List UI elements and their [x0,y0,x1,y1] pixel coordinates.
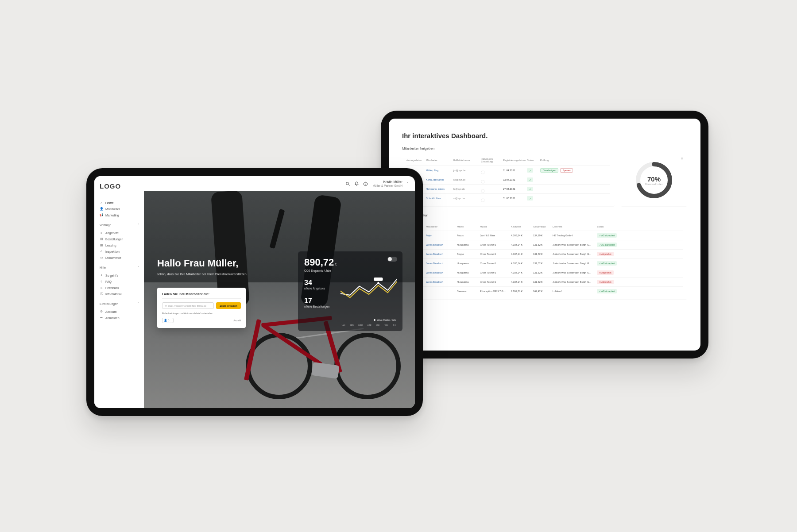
chevron-down-icon: ˅ [138,266,139,270]
invite-button[interactable]: Jetzt einladen [216,302,241,309]
table-row[interactable]: 100200 Jonas Baudisch Husqvarna Cross To… [406,240,683,249]
nav-header-hilfe[interactable]: Hilfe˅ [100,266,139,270]
invite-title: Laden Sie Ihre Mitarbeiter ein: [162,292,241,299]
stats-toggle[interactable] [387,257,397,262]
tablet-front: LOGO ⌂Home👤Mitarbeiter📢Marketing Verträg… [86,168,423,416]
invite-email-input[interactable]: ✉ max.mustermann@ihre-firma.de [162,302,214,309]
status-badge: ✓ AG akzeptiert [597,233,617,238]
mail-icon: ✉ [165,304,167,307]
sidebar-item-bestellungen[interactable]: ▤Bestellungen [100,236,139,242]
👤-icon: 👤 [100,207,103,211]
status-badge: ✕ Abgelehnt [597,270,614,275]
?-icon: ? [100,280,103,283]
logo: LOGO [100,182,139,190]
sidebar-item-account[interactable]: ⚙Account [100,308,139,315]
sidebar-item-mitarbeiter[interactable]: 👤Mitarbeiter [100,206,139,212]
offers-header-row: ID Mitarbeiter Marke Modell Kaufpreis Ge… [406,225,683,231]
table-row[interactable]: 2.2021 Hartmann, Lukas hl@xyz.de 27.04.2… [406,184,610,193]
donut-percent: 70% [647,175,661,183]
sidebar-item-leasing[interactable]: ▦Leasing [100,242,139,248]
invite-card: Laden Sie Ihre Mitarbeiter ein: ✉ max.mu… [157,288,246,328]
▤-icon: ▤ [100,237,103,241]
donut-label: Dienstrad Index [645,183,663,185]
sidebar-item-abmelden[interactable]: ↦Abmelden [100,315,139,321]
table-row[interactable]: 100026_ba Siemens E-Inception MR 9.7 G… … [406,286,683,296]
ⓘ-icon: ⓘ [100,292,103,296]
co2-value: 890,72 [304,257,334,268]
sidebar: LOGO ⌂Home👤Mitarbeiter📢Marketing Verträg… [94,176,144,408]
svg-point-2 [346,182,349,185]
block-button[interactable]: Sperren [560,168,573,173]
dashboard-title: Ihr interaktives Dashboard. [402,132,687,139]
▦-icon: ▦ [100,243,103,247]
table-row[interactable]: 100190 Jonas Baudisch Husqvarna Cross To… [406,268,683,277]
user-company: Müller & Partner GmbH [372,184,402,187]
check-icon: ✓ [527,187,533,191]
help-icon[interactable] [363,181,368,186]
check-icon: ✓ [527,196,533,200]
table-row[interactable]: 100180 Fejun Focus Jam² 6.8 Nine 4.308,5… [406,231,683,240]
employees-panel: rierungsdatum Mitarbeiter E-Mail-Adresse… [402,154,615,206]
svg-line-3 [348,184,350,185]
sidebar-item-faq[interactable]: ?FAQ [100,278,139,285]
chevron-down-icon: ˅ [138,224,139,227]
user-icon: 👤 [164,319,167,322]
open-orders-count: 17 [304,297,329,305]
donut-chart: 70% Dienstrad Index [634,160,674,200]
sidebar-item-so-geht-s[interactable]: ✦So geht's [100,272,139,278]
svg-point-5 [365,185,366,185]
sidebar-item-infomaterial[interactable]: ⓘInfomaterial [100,291,139,297]
close-icon[interactable]: ✕ [681,157,684,161]
⌂-icon: ⌂ [100,201,103,204]
sidebar-item-angebote[interactable]: ≡Angebote [100,230,139,236]
chart-legend: aktive Radkm / Jahr [374,319,396,321]
user-menu[interactable]: Kristin Müller Müller & Partner GmbH [372,180,402,187]
☺-icon: ☺ [100,286,103,289]
bell-icon[interactable] [354,181,359,186]
table-row[interactable]: 100190 Jonas Baudisch Husqvarna Cross To… [406,277,683,286]
invite-download-link[interactable]: Anzahl [176,319,241,322]
topbar: Kristin Müller Müller & Partner GmbH ˅ [144,176,415,191]
invite-count[interactable]: 👤0 [162,318,174,323]
co2-line-chart [340,269,397,310]
section-offers-title: Angebote prüfen [402,213,687,217]
hero-greeting: Hallo Frau Müller, [157,258,248,269]
employees-header-row: rierungsdatum Mitarbeiter E-Mail-Adresse… [406,158,610,166]
sidebar-item-inspektion[interactable]: ✓Inspektion [100,248,139,254]
▭-icon: ▭ [100,256,103,259]
section-employees-title: Mitarbeiter freigeben [402,146,687,150]
nav-header-vertraege[interactable]: Verträge˅ [100,224,139,227]
sidebar-item-dokumente[interactable]: ▭Dokumente [100,254,139,261]
sidebar-item-marketing[interactable]: 📢Marketing [100,212,139,218]
nav-header-einstellungen[interactable]: Einstellungen˅ [100,302,139,306]
≡-icon: ≡ [100,231,103,235]
stats-card: 890,72t CO2 Ersparnis / Jahr 34 offene A… [298,251,402,331]
search-icon[interactable] [345,181,350,186]
invite-note: Einfach eintragen und Aktionscodebrief r… [162,312,241,315]
user-name: Kristin Müller [383,180,402,184]
sidebar-item-feedback[interactable]: ☺Feedback [100,285,139,291]
hero: Hallo Frau Müller, schön, dass Sie Ihre … [144,191,415,408]
check-icon: ✓ [527,177,533,182]
↦-icon: ↦ [100,316,103,320]
chevron-down-icon: ˅ [407,182,409,185]
table-row[interactable]: 1.2021 Müller, Jörg jm@xyz.de 01.04.2021… [406,166,610,175]
status-badge: ✕ Abgelehnt [597,280,614,284]
table-row[interactable]: 100260 Jonas Baudisch Skypo Cross Tourer… [406,249,683,258]
status-badge: ✓ AG akzeptiert [597,261,617,266]
⚙-icon: ⚙ [100,310,103,313]
tablet-back: Ihr interaktives Dashboard. Mitarbeiter … [381,111,708,359]
table-row[interactable]: 100190 Jonas Baudisch Husqvarna Cross To… [406,258,683,268]
sidebar-item-home[interactable]: ⌂Home [100,200,139,206]
✓-icon: ✓ [100,250,103,253]
approve-button[interactable]: Genehmigen [540,168,558,173]
hero-subline: schön, dass Sie Ihre Mitarbeiter bei ihr… [157,273,248,276]
offers-panel: ID Mitarbeiter Marke Modell Kaufpreis Ge… [402,222,687,299]
✦-icon: ✦ [100,274,103,277]
donut-panel: ✕ 70% Dienstrad Index [621,154,687,206]
table-row[interactable]: 3.2021 König, Benjamin kb@xyz.de 03.04.2… [406,175,610,184]
table-row[interactable]: 3.2021 Schmidt, Lisa sl@xyz.de 31.03.202… [406,193,610,203]
chart-axis: JANFEBMÄRAPRMAIJUNJUL [341,324,396,327]
chevron-down-icon: ˅ [138,302,139,306]
svg-point-6 [377,282,379,284]
